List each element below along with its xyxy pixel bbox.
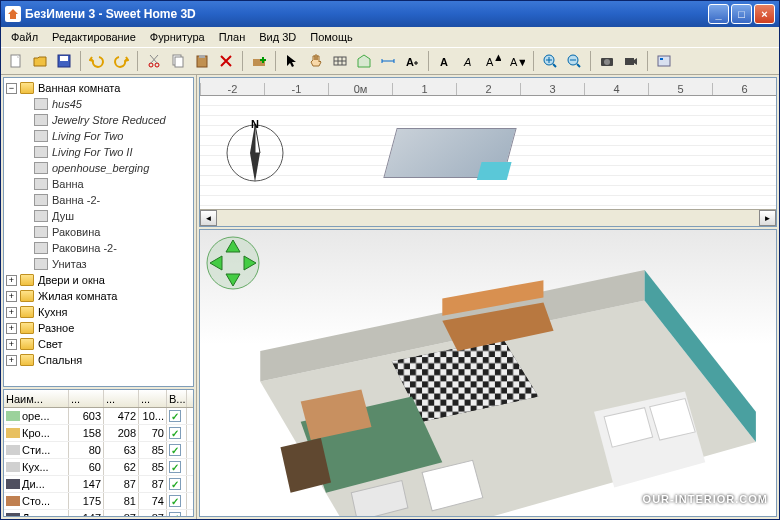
folder-icon: [20, 290, 34, 302]
scrollbar-horizontal[interactable]: ◄ ►: [200, 209, 776, 226]
tree-item[interactable]: Living For Two II: [6, 144, 191, 160]
col-width[interactable]: ...: [69, 390, 104, 407]
row-icon: [6, 411, 20, 421]
cell-height: 87: [139, 476, 167, 492]
table-row[interactable]: Ди...1478787✓: [4, 476, 193, 493]
undo-icon[interactable]: [86, 50, 108, 72]
tree-category[interactable]: +Свет: [6, 336, 191, 352]
tree-item-label: Душ: [52, 210, 74, 222]
tree-root[interactable]: −Ванная комната: [6, 80, 191, 96]
tree-category-label: Кухня: [38, 306, 67, 318]
expand-icon[interactable]: +: [6, 355, 17, 366]
tree-category[interactable]: +Двери и окна: [6, 272, 191, 288]
menu-edit[interactable]: Редактирование: [46, 29, 142, 45]
cell-depth: 63: [104, 442, 139, 458]
tree-item[interactable]: Ванна: [6, 176, 191, 192]
save-icon[interactable]: [53, 50, 75, 72]
tree-item[interactable]: Раковина: [6, 224, 191, 240]
plan-view[interactable]: -2-10м123456 N ◄ ►: [199, 77, 777, 227]
expand-icon[interactable]: +: [6, 339, 17, 350]
visibility-checkbox[interactable]: ✓: [169, 478, 181, 490]
row-icon: [6, 445, 20, 455]
collapse-icon[interactable]: −: [6, 83, 17, 94]
cell-name: Кро...: [22, 427, 50, 439]
zoom-out-icon[interactable]: [563, 50, 585, 72]
tree-item[interactable]: openhouse_berging: [6, 160, 191, 176]
visibility-checkbox[interactable]: ✓: [169, 444, 181, 456]
scroll-right-icon[interactable]: ►: [759, 210, 776, 226]
table-row[interactable]: ope...60347210...✓: [4, 408, 193, 425]
tree-item[interactable]: Раковина -2-: [6, 240, 191, 256]
tree-item[interactable]: Jewelry Store Reduced: [6, 112, 191, 128]
tree-item[interactable]: Унитаз: [6, 256, 191, 272]
zoom-in-icon[interactable]: [539, 50, 561, 72]
close-button[interactable]: ×: [754, 4, 775, 24]
redo-icon[interactable]: [110, 50, 132, 72]
table-row[interactable]: Ди...1478787✓: [4, 510, 193, 516]
open-icon[interactable]: [29, 50, 51, 72]
compass-icon[interactable]: N: [220, 118, 290, 188]
tree-item[interactable]: Ванна -2-: [6, 192, 191, 208]
visibility-checkbox[interactable]: ✓: [169, 461, 181, 473]
visibility-checkbox[interactable]: ✓: [169, 495, 181, 507]
bold-icon[interactable]: A: [434, 50, 456, 72]
col-visible[interactable]: В...: [167, 390, 187, 407]
menu-plan[interactable]: План: [213, 29, 252, 45]
table-row[interactable]: Сти...806385✓: [4, 442, 193, 459]
visibility-checkbox[interactable]: ✓: [169, 427, 181, 439]
preferences-icon[interactable]: [653, 50, 675, 72]
text-icon[interactable]: A: [401, 50, 423, 72]
table-row[interactable]: Кро...15820870✓: [4, 425, 193, 442]
furniture-table[interactable]: Наим... ... ... ... В... ope...60347210.…: [3, 389, 194, 517]
paste-icon[interactable]: [191, 50, 213, 72]
minimize-button[interactable]: _: [708, 4, 729, 24]
new-icon[interactable]: [5, 50, 27, 72]
expand-icon[interactable]: +: [6, 275, 17, 286]
view-3d[interactable]: OUR-INTERIOR.COM: [199, 229, 777, 517]
furniture-icon: [34, 242, 48, 254]
col-height[interactable]: ...: [139, 390, 167, 407]
tree-item[interactable]: Душ: [6, 208, 191, 224]
maximize-button[interactable]: □: [731, 4, 752, 24]
room-icon[interactable]: [353, 50, 375, 72]
tree-category[interactable]: +Спальня: [6, 352, 191, 368]
menubar: Файл Редактирование Фурнитура План Вид 3…: [1, 27, 779, 47]
tree-item[interactable]: hus45: [6, 96, 191, 112]
font-dec-icon[interactable]: A▼: [506, 50, 528, 72]
expand-icon[interactable]: +: [6, 307, 17, 318]
expand-icon[interactable]: +: [6, 291, 17, 302]
menu-furniture[interactable]: Фурнитура: [144, 29, 211, 45]
scroll-left-icon[interactable]: ◄: [200, 210, 217, 226]
svg-rect-22: [625, 58, 634, 65]
tree-category[interactable]: +Жилая комната: [6, 288, 191, 304]
dimension-icon[interactable]: [377, 50, 399, 72]
video-icon[interactable]: [620, 50, 642, 72]
tree-category[interactable]: +Разное: [6, 320, 191, 336]
font-inc-icon[interactable]: A▲: [482, 50, 504, 72]
tree-item[interactable]: Living For Two: [6, 128, 191, 144]
col-depth[interactable]: ...: [104, 390, 139, 407]
col-name[interactable]: Наим...: [4, 390, 69, 407]
visibility-checkbox[interactable]: ✓: [169, 410, 181, 422]
visibility-checkbox[interactable]: ✓: [169, 512, 181, 516]
pan-icon[interactable]: [305, 50, 327, 72]
copy-icon[interactable]: [167, 50, 189, 72]
table-row[interactable]: Кух...606285✓: [4, 459, 193, 476]
cut-icon[interactable]: [143, 50, 165, 72]
select-icon[interactable]: [281, 50, 303, 72]
add-furniture-icon[interactable]: [248, 50, 270, 72]
delete-icon[interactable]: [215, 50, 237, 72]
menu-view3d[interactable]: Вид 3D: [253, 29, 302, 45]
menu-help[interactable]: Помощь: [304, 29, 359, 45]
expand-icon[interactable]: +: [6, 323, 17, 334]
furniture-tree[interactable]: −Ванная комната hus45Jewelry Store Reduc…: [3, 77, 194, 387]
menu-file[interactable]: Файл: [5, 29, 44, 45]
table-row[interactable]: Сто...1758174✓: [4, 493, 193, 510]
italic-icon[interactable]: A: [458, 50, 480, 72]
tree-item-label: Унитаз: [52, 258, 87, 270]
camera-icon[interactable]: [596, 50, 618, 72]
tree-category-label: Двери и окна: [38, 274, 105, 286]
wall-icon[interactable]: [329, 50, 351, 72]
tree-category[interactable]: +Кухня: [6, 304, 191, 320]
ruler-tick: 4: [584, 83, 648, 95]
